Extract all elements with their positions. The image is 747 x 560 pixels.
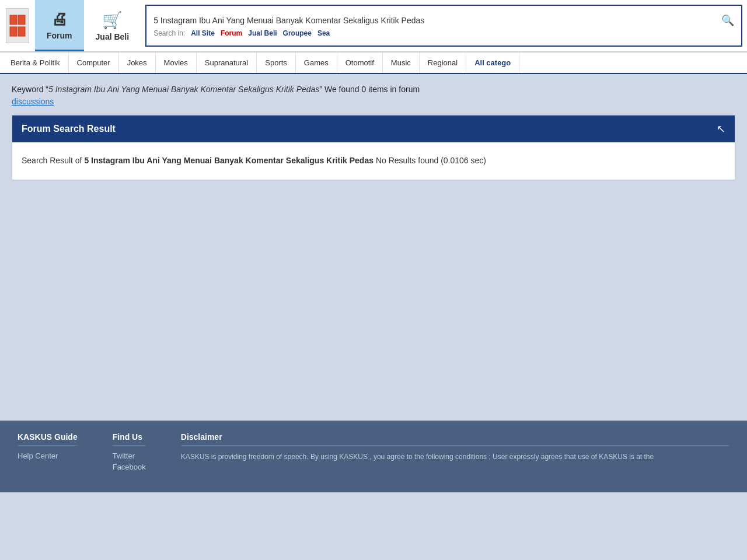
- search-option-forum[interactable]: Forum: [221, 29, 242, 37]
- cat-otomotif[interactable]: Otomotif: [337, 52, 383, 73]
- footer-facebook[interactable]: Facebook: [113, 463, 146, 471]
- nav-item-forum-label: Forum: [47, 31, 72, 40]
- logo-area: [0, 0, 35, 51]
- top-nav: 🖨 Forum 🛒 Jual Beli 🔍 Search in: All Sit…: [0, 0, 747, 52]
- logo-icon[interactable]: [6, 8, 29, 43]
- forum-icon: 🖨: [51, 9, 68, 29]
- footer-help-center[interactable]: Help Center: [18, 452, 78, 460]
- footer-disclaimer-title: Disclaimer: [181, 432, 729, 446]
- result-of-prefix: Search Result of: [22, 156, 84, 165]
- discussions-link[interactable]: discussions: [12, 97, 54, 106]
- cat-games[interactable]: Games: [296, 52, 337, 73]
- footer-disclaimer-text: KASKUS is providing freedom of speech. B…: [181, 452, 729, 463]
- nav-item-jualbeli[interactable]: 🛒 Jual Beli: [84, 0, 141, 51]
- cat-computer[interactable]: Computer: [69, 52, 119, 73]
- cat-berita[interactable]: Berita & Politik: [2, 52, 69, 73]
- cat-sports[interactable]: Sports: [257, 52, 296, 73]
- jualbeli-icon: 🛒: [102, 10, 123, 30]
- keyword-prefix: Keyword “: [12, 85, 48, 94]
- footer-guide-col: KASKUS Guide Help Center: [18, 432, 78, 474]
- search-bar-area: 🔍 Search in: All Site Forum Jual Beli Gr…: [145, 5, 742, 47]
- footer: KASKUS Guide Help Center Find Us Twitter…: [0, 421, 747, 492]
- result-keyword: 5 Instagram Ibu Ani Yang Menuai Banyak K…: [84, 156, 374, 165]
- search-icon[interactable]: 🔍: [721, 14, 734, 27]
- svg-rect-3: [18, 27, 25, 36]
- footer-findus-col: Find Us Twitter Facebook: [113, 432, 146, 474]
- cat-music[interactable]: Music: [383, 52, 420, 73]
- footer-twitter[interactable]: Twitter: [113, 452, 146, 460]
- footer-disclaimer-col: Disclaimer KASKUS is providing freedom o…: [181, 432, 729, 474]
- keyword-result-line: Keyword “5 Instagram Ibu Ani Yang Menuai…: [12, 83, 735, 108]
- search-result-body: Search Result of 5 Instagram Ibu Ani Yan…: [12, 142, 735, 180]
- search-option-groupee[interactable]: Groupee: [283, 29, 312, 37]
- search-result-title: Forum Search Result: [22, 124, 116, 134]
- result-suffix: No Results found (0.0106 sec): [374, 156, 486, 165]
- search-options: Search in: All Site Forum Jual Beli Grou…: [153, 29, 734, 37]
- search-result-box: Forum Search Result ↖ Search Result of 5…: [12, 115, 735, 180]
- nav-item-forum[interactable]: 🖨 Forum: [35, 0, 84, 51]
- search-in-label: Search in:: [153, 29, 185, 37]
- search-option-sea[interactable]: Sea: [317, 29, 330, 37]
- cursor-area: ↖: [717, 123, 725, 135]
- search-result-header: Forum Search Result ↖: [12, 116, 735, 142]
- footer-columns: KASKUS Guide Help Center Find Us Twitter…: [18, 432, 729, 474]
- footer-guide-title: KASKUS Guide: [18, 432, 78, 446]
- svg-rect-1: [18, 15, 25, 24]
- main-content: Keyword “5 Instagram Ibu Ani Yang Menuai…: [0, 74, 747, 421]
- search-option-jualbeli[interactable]: Jual Beli: [248, 29, 277, 37]
- cat-all[interactable]: All catego: [466, 52, 519, 73]
- search-option-allsite[interactable]: All Site: [191, 29, 215, 37]
- cat-supranatural[interactable]: Supranatural: [197, 52, 257, 73]
- keyword-value: 5 Instagram Ibu Ani Yang Menuai Banyak K…: [48, 85, 319, 94]
- svg-rect-0: [10, 15, 17, 24]
- keyword-suffix: ” We found 0 items in forum: [319, 85, 420, 94]
- empty-results-area: [12, 190, 735, 411]
- footer-findus-title: Find Us: [113, 432, 146, 446]
- cat-movies[interactable]: Movies: [156, 52, 197, 73]
- cat-jokes[interactable]: Jokes: [119, 52, 156, 73]
- nav-item-jualbeli-label: Jual Beli: [96, 32, 130, 41]
- cat-regional[interactable]: Regional: [420, 52, 466, 73]
- search-input[interactable]: [153, 16, 718, 25]
- category-nav: Berita & Politik Computer Jokes Movies S…: [0, 52, 747, 74]
- svg-rect-2: [10, 27, 17, 36]
